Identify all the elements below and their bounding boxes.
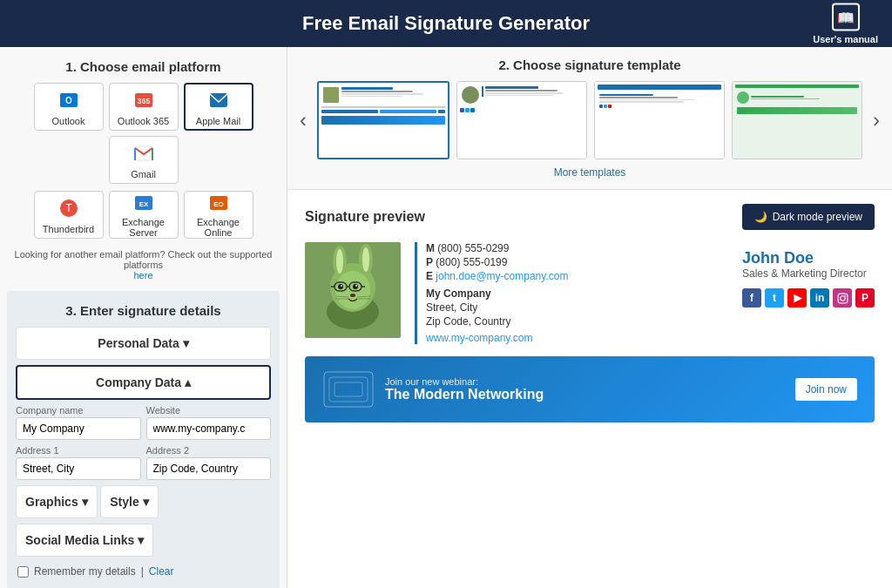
- svg-point-17: [336, 249, 343, 274]
- right-panel: 2. Choose signature template ‹: [287, 47, 892, 588]
- graphics-accordion[interactable]: Graphics ▾: [16, 485, 98, 518]
- platform-grid: O Outlook 365 Outlook 365 Apple Mail: [0, 83, 287, 191]
- svg-point-28: [355, 285, 357, 287]
- social-media-accordion[interactable]: Social Media Links ▾: [16, 524, 153, 557]
- sig-name-block: John Doe Sales & Marketing Director f t …: [742, 242, 875, 344]
- signature-info: M (800) 555-0299 P (800) 555-0199 E john…: [415, 242, 875, 344]
- signature-photo: [305, 242, 401, 338]
- manual-icon: 📖: [832, 3, 860, 31]
- sig-website-link[interactable]: www.my-company.com: [426, 332, 532, 344]
- template-thumb-3[interactable]: [594, 81, 725, 159]
- address2-input[interactable]: [146, 457, 272, 480]
- pinterest-icon[interactable]: P: [855, 288, 875, 308]
- svg-text:O: O: [65, 96, 72, 105]
- svg-rect-4: [210, 93, 227, 107]
- linkedin-icon[interactable]: in: [810, 288, 829, 308]
- photo-inner: [305, 242, 401, 338]
- template-thumb-1[interactable]: [317, 81, 449, 159]
- address2-label: Address 2: [146, 445, 272, 456]
- website-input[interactable]: [146, 417, 272, 440]
- style-accordion[interactable]: Style ▾: [100, 485, 158, 518]
- company-data-accordion[interactable]: Company Data ▴: [16, 365, 271, 400]
- website-label: Website: [146, 405, 272, 416]
- platform-outlook[interactable]: O Outlook: [34, 83, 104, 131]
- dark-mode-button[interactable]: 🌙 Dark mode preview: [742, 204, 875, 230]
- address2-field: Address 2: [146, 445, 272, 480]
- platform-exchange-online[interactable]: EO Exchange Online: [184, 191, 253, 239]
- step2-title: 2. Choose signature template: [296, 57, 883, 72]
- manual-label: User's manual: [813, 34, 878, 44]
- svg-text:EO: EO: [213, 200, 224, 208]
- svg-point-36: [844, 294, 846, 296]
- website-field: Website: [146, 405, 272, 440]
- instagram-icon[interactable]: [833, 288, 852, 308]
- gmail-icon: [132, 141, 156, 166]
- address1-label: Address 1: [16, 445, 141, 456]
- banner-graphic: [322, 370, 375, 409]
- main-layout: 1. Choose email platform O Outlook 365 O…: [0, 47, 892, 588]
- personal-data-accordion[interactable]: Personal Data ▾: [16, 327, 271, 360]
- address1-field: Address 1: [16, 445, 141, 480]
- address1-input[interactable]: [16, 457, 141, 480]
- thunderbird-label: Thunderbird: [43, 224, 94, 234]
- user-manual-button[interactable]: 📖 User's manual: [813, 3, 878, 44]
- facebook-icon[interactable]: f: [742, 288, 761, 308]
- template-section: 2. Choose signature template ‹: [287, 47, 892, 190]
- platform-note: Looking for another email platform? Chec…: [0, 246, 287, 284]
- carousel-prev-button[interactable]: ‹: [296, 108, 310, 132]
- company-name-label: Company name: [16, 405, 141, 416]
- page-title: Free Email Signature Generator: [302, 12, 590, 34]
- apple-mail-label: Apple Mail: [196, 116, 240, 126]
- platform-exchange-server[interactable]: EX Exchange Server: [109, 191, 179, 239]
- banner-join-text: Join our new webinar:: [385, 376, 544, 387]
- banner-join-button[interactable]: Join now: [795, 378, 857, 401]
- platform-outlook365[interactable]: 365 Outlook 365: [109, 83, 179, 131]
- svg-point-25: [338, 284, 343, 289]
- template-thumb-2[interactable]: [456, 81, 587, 159]
- platform-apple-mail[interactable]: Apple Mail: [184, 83, 253, 131]
- platform-thunderbird[interactable]: T Thunderbird: [34, 191, 104, 239]
- svg-rect-38: [329, 377, 368, 402]
- platform-gmail[interactable]: Gmail: [109, 136, 179, 184]
- exchange-online-icon: EO: [206, 192, 231, 213]
- template-thumb-4[interactable]: [732, 81, 862, 159]
- youtube-icon[interactable]: ▶: [787, 288, 807, 308]
- carousel-next-button[interactable]: ›: [869, 108, 883, 132]
- preview-section: Signature preview 🌙 Dark mode preview: [287, 190, 892, 436]
- exchange-server-label: Exchange Server: [110, 217, 178, 238]
- sig-phone-m: M (800) 555-0299: [426, 242, 730, 254]
- platform-grid-2: T Thunderbird EX Exchange Server EO Exch…: [0, 191, 287, 246]
- signature-contact: M (800) 555-0299 P (800) 555-0199 E john…: [415, 242, 730, 344]
- separator: |: [141, 565, 144, 578]
- exchange-server-icon: EX: [132, 192, 156, 213]
- remember-checkbox[interactable]: [17, 566, 29, 578]
- svg-point-18: [362, 247, 369, 272]
- signature-banner: Join our new webinar: The Modern Network…: [305, 356, 875, 422]
- template-carousel: ‹: [296, 81, 883, 159]
- sig-address1: Street, City: [426, 301, 730, 314]
- moon-icon: 🌙: [754, 211, 767, 223]
- svg-rect-39: [334, 382, 362, 396]
- more-templates-link[interactable]: More templates: [296, 166, 883, 179]
- clear-link[interactable]: Clear: [149, 565, 174, 578]
- step1-title: 1. Choose email platform: [0, 47, 287, 83]
- svg-point-29: [350, 294, 355, 297]
- sig-email-link[interactable]: john.doe@my-company.com: [436, 270, 568, 282]
- remember-label: Remember my details: [34, 565, 136, 578]
- svg-text:365: 365: [137, 97, 150, 105]
- svg-rect-34: [838, 294, 848, 303]
- twitter-icon[interactable]: t: [765, 288, 784, 308]
- profile-image-svg: [305, 242, 401, 338]
- company-name-input[interactable]: [16, 417, 141, 440]
- svg-point-26: [353, 284, 358, 289]
- sig-role: Sales & Marketing Director: [742, 267, 875, 280]
- company-form: Company name Website Address 1 Address 2: [16, 405, 271, 480]
- platform-note-link[interactable]: here: [133, 270, 152, 280]
- banner-main-text: The Modern Networking: [385, 387, 544, 402]
- outlook-label: Outlook: [52, 116, 85, 126]
- banner-left: Join our new webinar: The Modern Network…: [322, 370, 544, 409]
- apple-mail-icon: [206, 88, 231, 112]
- left-panel: 1. Choose email platform O Outlook 365 O…: [0, 47, 287, 588]
- outlook365-label: Outlook 365: [118, 116, 169, 126]
- preview-title: Signature preview: [305, 209, 425, 225]
